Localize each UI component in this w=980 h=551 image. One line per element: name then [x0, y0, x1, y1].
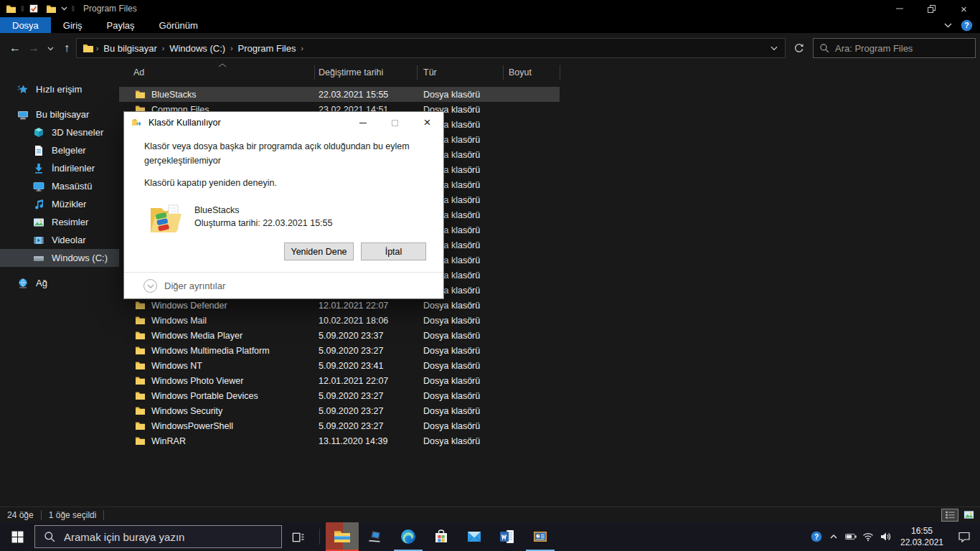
- breadcrumb-bu-bilgisayar[interactable]: Bu bilgisayar: [100, 43, 159, 54]
- qat-new-folder-icon[interactable]: [46, 4, 57, 14]
- taskbar-app-edge[interactable]: [392, 522, 425, 551]
- taskbar-app-mail[interactable]: [458, 522, 491, 551]
- file-row-windows-mail[interactable]: Windows Mail10.02.2021 18:06Dosya klasör…: [119, 313, 980, 328]
- file-row-windows-media-player[interactable]: Windows Media Player5.09.2020 23:37Dosya…: [119, 328, 980, 343]
- file-row-windows-photo-viewer[interactable]: Windows Photo Viewer12.01.2021 22:07Dosy…: [119, 373, 980, 388]
- sidebar-item-belgeler[interactable]: Belgeler: [0, 141, 119, 159]
- column-header-type[interactable]: Tür: [423, 67, 437, 77]
- tab-dosya[interactable]: Dosya: [0, 17, 51, 33]
- tray-chevron-up-button[interactable]: [825, 522, 842, 551]
- help-icon[interactable]: ?: [961, 19, 973, 32]
- file-row-windows-nt[interactable]: Windows NT5.09.2020 23:41Dosya klasörü: [119, 358, 980, 373]
- explorer-search-box[interactable]: [813, 38, 976, 58]
- sidebar-item-h-zl-eri-im[interactable]: Hızlı erişim: [0, 80, 119, 98]
- thumbnail-view-icon: [963, 509, 974, 520]
- file-name: Windows Mail: [151, 316, 207, 326]
- taskbar-app-laptop[interactable]: [359, 522, 392, 551]
- expand-ribbon-chevron-icon[interactable]: [944, 23, 952, 28]
- taskbar-search-box[interactable]: [34, 525, 282, 548]
- tab-g-r-n-m[interactable]: Görünüm: [147, 17, 210, 33]
- file-row-windows-defender[interactable]: Windows Defender12.01.2021 22:07Dosya kl…: [119, 298, 980, 313]
- sidebar-item-resimler[interactable]: Resimler: [0, 213, 119, 231]
- address-dropdown-chevron-icon[interactable]: [763, 46, 785, 51]
- restore-button[interactable]: [915, 0, 948, 17]
- sidebar-item-bu-bilgisayar[interactable]: Bu bilgisayar: [0, 105, 119, 123]
- volume-icon: [880, 531, 891, 542]
- tab-giri[interactable]: Giriş: [51, 17, 95, 33]
- explorer-search-input[interactable]: [835, 43, 957, 54]
- column-header-date[interactable]: Değiştirme tarihi: [319, 67, 383, 77]
- sidebar-item-masa-st[interactable]: Masaüstü: [0, 177, 119, 195]
- file-row-bluestacks[interactable]: BlueStacks22.03.2021 15:55Dosya klasörü: [119, 87, 560, 102]
- file-type: Dosya klasörü: [423, 87, 480, 102]
- breadcrumb: Bu bilgisayar›Windows (C:)›Program Files…: [100, 43, 305, 54]
- column-header-size[interactable]: Boyut: [509, 67, 532, 77]
- file-type: Dosya klasörü: [423, 313, 480, 328]
- item-count: 24 öğe: [0, 510, 41, 520]
- close-button[interactable]: ×: [948, 0, 980, 17]
- file-row-winrar[interactable]: WinRAR13.11.2020 14:39Dosya klasörü: [119, 433, 980, 448]
- minimize-button[interactable]: [883, 0, 915, 17]
- taskbar-app-word[interactable]: [491, 522, 524, 551]
- file-date: 5.09.2020 23:27: [319, 388, 383, 403]
- taskbar-apps: [326, 522, 557, 551]
- sidebar-item-a[interactable]: Ağ: [0, 274, 119, 292]
- sidebar-item-windows-c[interactable]: Windows (C:): [0, 249, 119, 267]
- tray-wifi-button[interactable]: [859, 522, 877, 551]
- taskbar-search-input[interactable]: [64, 531, 265, 543]
- file-type: Dosya klasörü: [423, 388, 480, 403]
- file-date: 12.01.2021 22:07: [319, 298, 388, 313]
- dialog-minimize-button[interactable]: [347, 112, 379, 133]
- sidebar-item-i-ndirilenler[interactable]: İndirilenler: [0, 159, 119, 177]
- thumbnail-view-button[interactable]: [960, 509, 977, 522]
- breadcrumb-windows-c[interactable]: Windows (C:): [166, 43, 228, 54]
- retry-button[interactable]: Yeniden Dene: [284, 242, 354, 260]
- dialog-maximize-button[interactable]: [379, 112, 411, 133]
- sidebar-item-m-zikler[interactable]: Müzikler: [0, 195, 119, 213]
- taskbar-app-system-monitor[interactable]: [524, 522, 557, 551]
- tray-volume-button[interactable]: [877, 522, 894, 551]
- tab-payla[interactable]: Paylaş: [95, 17, 147, 33]
- task-view-button[interactable]: [282, 522, 314, 551]
- up-button[interactable]: ↑: [57, 42, 76, 55]
- file-name: Windows Defender: [151, 301, 227, 311]
- file-row-windows-security[interactable]: Windows Security5.09.2020 23:27Dosya kla…: [119, 403, 980, 418]
- store-icon: [433, 528, 450, 545]
- cancel-button[interactable]: İptal: [361, 242, 426, 260]
- address-bar[interactable]: › Bu bilgisayar›Windows (C:)›Program Fil…: [76, 38, 786, 58]
- tray-battery-button[interactable]: [842, 522, 859, 551]
- sidebar-item-videolar[interactable]: Videolar: [0, 231, 119, 249]
- details-view-button[interactable]: [941, 509, 958, 522]
- action-center-button[interactable]: [950, 522, 979, 551]
- forward-button[interactable]: →: [24, 42, 43, 55]
- taskbar-app-store[interactable]: [425, 522, 458, 551]
- pictures-icon: [33, 217, 44, 228]
- sidebar-item-3d-nesneler[interactable]: 3D Nesneler: [0, 123, 119, 141]
- system-monitor-icon: [532, 528, 549, 545]
- folder-icon: [135, 90, 146, 99]
- tray-help-button[interactable]: ?: [808, 522, 825, 551]
- file-row-windowspowershell[interactable]: WindowsPowerShell5.09.2020 23:27Dosya kl…: [119, 418, 980, 433]
- start-button[interactable]: [0, 522, 34, 551]
- qat-caret-down-icon[interactable]: [61, 6, 67, 11]
- back-button[interactable]: ←: [6, 42, 24, 55]
- drive-icon: [33, 253, 44, 264]
- sidebar-item-label: Bu bilgisayar: [36, 109, 89, 120]
- dialog-close-button[interactable]: ×: [411, 112, 443, 133]
- more-details-toggle[interactable]: Diğer ayrıntılar: [124, 272, 443, 299]
- edge-icon: [400, 528, 417, 545]
- refresh-button[interactable]: [788, 38, 809, 58]
- recent-locations-chevron-icon[interactable]: [43, 44, 57, 52]
- file-type: Dosya klasörü: [423, 418, 480, 433]
- folder-icon: [135, 421, 146, 430]
- folder-icon: [135, 406, 146, 415]
- file-row-windows-multimedia-platform[interactable]: Windows Multimedia Platform5.09.2020 23:…: [119, 343, 980, 358]
- file-name: BlueStacks: [151, 90, 197, 100]
- column-header-name[interactable]: Ad: [133, 67, 144, 77]
- word-icon: [499, 528, 516, 545]
- breadcrumb-program-files[interactable]: Program Files: [235, 43, 298, 54]
- qat-properties-icon[interactable]: [29, 4, 39, 14]
- taskbar-clock[interactable]: 16:55 22.03.2021: [894, 525, 950, 548]
- file-row-windows-portable-devices[interactable]: Windows Portable Devices5.09.2020 23:27D…: [119, 388, 980, 403]
- taskbar-app-file-explorer[interactable]: [326, 522, 359, 551]
